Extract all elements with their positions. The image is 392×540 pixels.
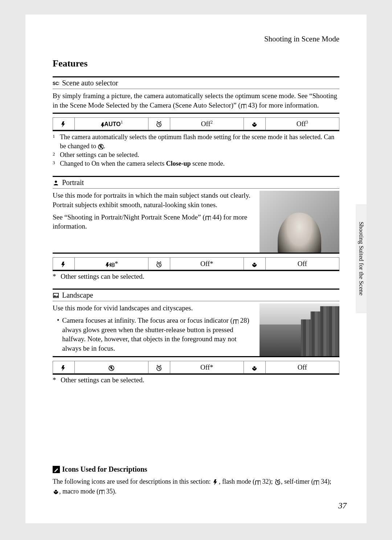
scene-auto-section: Scene auto selector By simply framing a … xyxy=(53,76,339,168)
portrait-ref: See “Shooting in Portrait/Night Portrait… xyxy=(53,213,252,231)
flash-icon xyxy=(60,261,67,268)
self-timer-icon xyxy=(156,121,162,128)
flash-value: AUTO1 xyxy=(74,118,148,130)
portrait-title-text: Portrait xyxy=(62,178,84,187)
flash-icon xyxy=(60,365,67,371)
timer-value: Off2 xyxy=(170,118,244,130)
scene-auto-heading: Scene auto selector xyxy=(53,79,339,87)
red-eye-icon xyxy=(109,262,115,267)
portrait-desc: Use this mode for portraits in which the… xyxy=(53,191,252,209)
landscape-title-text: Landscape xyxy=(62,291,93,299)
flash-icon xyxy=(60,121,67,128)
macro-value: Off3 xyxy=(265,118,339,130)
page-number: 37 xyxy=(338,501,347,511)
scene-auto-desc: By simply framing a picture, the camera … xyxy=(53,91,339,110)
landscape-desc: Use this mode for vivid landscapes and c… xyxy=(53,303,252,313)
flash-off-icon xyxy=(98,144,103,149)
landscape-sample-image xyxy=(260,303,339,356)
macro-icon xyxy=(251,261,258,268)
timer-value: Off* xyxy=(170,258,244,270)
macro-icon xyxy=(251,365,258,371)
flash-off-icon xyxy=(108,365,115,371)
page-ref-icon xyxy=(255,480,261,485)
pencil-icon xyxy=(53,466,60,473)
timer-value: Off* xyxy=(170,361,244,374)
breadcrumb: Shooting in Scene Mode xyxy=(53,35,339,44)
landscape-footnote: * Other settings can be selected. xyxy=(53,376,339,384)
portrait-section: Portrait Use this mode for portraits in … xyxy=(53,176,339,281)
flash-icon xyxy=(212,479,219,485)
self-timer-icon xyxy=(156,365,162,371)
portrait-settings-table: * Off* Off xyxy=(53,253,339,271)
macro-value: Off xyxy=(265,258,339,270)
landscape-settings-table: Off* Off xyxy=(53,356,339,375)
landscape-section: Landscape Use this mode for vivid landsc… xyxy=(53,289,339,384)
page-ref-icon xyxy=(313,480,319,485)
macro-icon xyxy=(251,121,258,128)
page-ref-icon xyxy=(99,489,105,494)
scene-auto-settings-table: AUTO1 Off2 Off3 xyxy=(53,113,339,131)
portrait-heading: Portrait xyxy=(53,178,339,187)
macro-value: Off xyxy=(265,361,339,374)
page-ref-icon xyxy=(241,103,246,108)
self-timer-icon xyxy=(274,479,281,485)
scene-auto-title-text: Scene auto selector xyxy=(62,79,118,87)
info-box: Icons Used for Descriptions The followin… xyxy=(53,464,339,496)
page-title: Features xyxy=(53,58,339,69)
scene-auto-footnotes: 1 The camera automatically selects the o… xyxy=(53,133,339,168)
self-timer-icon xyxy=(156,261,162,268)
landscape-heading: Landscape xyxy=(53,291,339,299)
landscape-bullet: • Camera focuses at infinity. The focus … xyxy=(57,316,252,353)
side-tab: Shooting Suited for the Scene xyxy=(356,204,367,313)
portrait-footnote: * Other settings can be selected. xyxy=(53,273,339,281)
portrait-icon xyxy=(53,180,59,186)
info-title: Icons Used for Descriptions xyxy=(53,464,339,475)
page-ref-icon xyxy=(205,215,211,220)
flash-value: * xyxy=(74,258,148,270)
portrait-sample-image xyxy=(260,191,339,253)
scene-auto-icon xyxy=(53,80,59,86)
info-text: The following icons are used for descrip… xyxy=(53,477,339,496)
landscape-icon xyxy=(53,292,59,299)
flash-value xyxy=(74,361,148,374)
macro-icon xyxy=(53,488,59,495)
page-ref-icon xyxy=(233,319,238,324)
